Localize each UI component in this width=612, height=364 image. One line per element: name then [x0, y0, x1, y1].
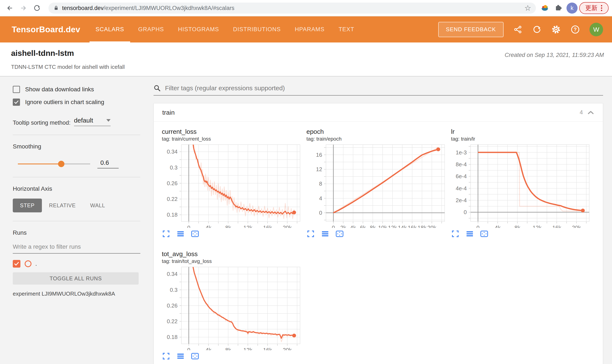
experiment-id-line: experiment LJI9MWUORLOw3jkdhxwk8A — [13, 290, 140, 297]
extensions-puzzle-icon[interactable] — [554, 4, 562, 13]
group-count: 4 — [580, 109, 583, 116]
slider-thumb[interactable] — [58, 161, 64, 167]
refresh-data-icon[interactable] — [532, 25, 542, 34]
ignore-outliers-label: Ignore outliers in chart scaling — [25, 99, 104, 105]
chevron-up-icon[interactable] — [587, 110, 594, 115]
tab-scalars[interactable]: SCALARS — [96, 16, 124, 42]
svg-text:8k: 8k — [370, 224, 376, 228]
svg-text:12k: 12k — [388, 224, 397, 228]
svg-text:16k: 16k — [408, 224, 417, 228]
tab-text[interactable]: TEXT — [338, 16, 354, 42]
toggle-all-runs-button[interactable]: TOGGLE ALL RUNS — [13, 272, 139, 285]
sidebar-divider — [13, 177, 140, 177]
filter-tags-input[interactable] — [165, 85, 603, 92]
fit-domain-icon[interactable] — [191, 352, 199, 360]
ignore-outliers-checkbox[interactable] — [13, 99, 20, 106]
share-icon[interactable] — [513, 25, 523, 34]
line-chart-lr[interactable]: 04k8k12k16k20k02e-44e-46e-48e-41e-3 — [451, 143, 591, 228]
browser-toolbar: tensorboard.dev/experiment/LJI9MWUORLOw3… — [0, 0, 612, 16]
chart-title: lr — [451, 128, 596, 136]
smoothing-slider[interactable] — [18, 164, 90, 164]
settings-gear-icon[interactable] — [551, 25, 561, 34]
check-icon — [14, 99, 19, 105]
horizontal-bars-icon[interactable] — [176, 230, 185, 238]
url-bar[interactable]: tensorboard.dev/experiment/LJI9MWUORLOw3… — [48, 2, 536, 13]
tooltip-sorting-select[interactable]: default — [74, 117, 111, 126]
svg-text:2e-4: 2e-4 — [456, 197, 467, 203]
svg-text:0.26: 0.26 — [167, 180, 178, 186]
forward-icon[interactable] — [19, 3, 29, 13]
horizontal-bars-icon[interactable] — [176, 352, 185, 360]
run-color-swatch[interactable] — [25, 260, 31, 267]
fit-domain-icon[interactable] — [335, 230, 344, 238]
svg-text:4k: 4k — [350, 224, 356, 228]
show-download-checkbox[interactable] — [13, 86, 20, 93]
svg-text:0: 0 — [464, 209, 467, 215]
fullscreen-icon[interactable] — [162, 230, 170, 238]
back-icon[interactable] — [4, 3, 14, 13]
fit-domain-icon[interactable] — [480, 230, 488, 238]
svg-text:0.26: 0.26 — [167, 302, 178, 309]
tab-hparams[interactable]: HPARAMS — [295, 16, 324, 42]
runs-regex-input[interactable] — [13, 243, 140, 254]
fullscreen-icon[interactable] — [306, 230, 315, 238]
svg-text:6k: 6k — [360, 224, 366, 228]
svg-text:0.3: 0.3 — [170, 287, 178, 293]
run-checkbox[interactable] — [13, 260, 20, 268]
svg-text:8k: 8k — [225, 347, 231, 350]
axis-step-button[interactable]: STEP — [13, 199, 42, 212]
user-avatar[interactable]: W — [589, 23, 603, 36]
tab-distributions[interactable]: DISTRIBUTIONS — [233, 16, 281, 42]
svg-text:?: ? — [574, 27, 577, 32]
chart-current-loss: current_loss tag: train/current_loss 04k… — [162, 128, 306, 238]
svg-text:0: 0 — [319, 210, 322, 216]
axis-wall-button[interactable]: WALL — [83, 199, 112, 212]
svg-text:16k: 16k — [263, 224, 272, 228]
extension-fruit-icon[interactable] — [541, 4, 549, 13]
lock-icon — [53, 5, 59, 11]
fullscreen-icon[interactable] — [162, 352, 170, 360]
kebab-menu-icon[interactable] — [600, 5, 603, 12]
svg-text:0: 0 — [332, 224, 335, 228]
svg-text:16k: 16k — [263, 347, 272, 350]
help-icon[interactable]: ? — [570, 25, 580, 34]
svg-text:0.18: 0.18 — [167, 211, 178, 218]
tab-histograms[interactable]: HISTOGRAMS — [178, 16, 219, 42]
line-chart-tot-avg-loss[interactable]: 04k8k12k16k20k0.180.220.260.30.34 — [162, 265, 302, 350]
search-icon — [153, 85, 161, 92]
tab-graphs[interactable]: GRAPHS — [138, 16, 164, 42]
app-header: TensorBoard.dev SCALARS GRAPHS HISTOGRAM… — [0, 16, 612, 42]
horizontal-bars-icon[interactable] — [321, 230, 329, 238]
horizontal-axis-label: Horizontal Axis — [13, 185, 140, 192]
svg-text:8k: 8k — [225, 224, 231, 228]
line-chart-current-loss[interactable]: 04k8k12k16k20k0.180.220.260.30.34 — [162, 143, 302, 228]
fit-domain-icon[interactable] — [191, 230, 199, 238]
browser-profile-avatar[interactable]: k — [567, 2, 578, 13]
chart-tag: tag: train/tot_avg_loss — [162, 258, 306, 264]
check-icon — [14, 261, 20, 267]
reload-icon[interactable] — [32, 3, 42, 13]
send-feedback-button[interactable]: SEND FEEDBACK — [438, 22, 503, 37]
runs-label: Runs — [13, 229, 140, 236]
svg-text:4: 4 — [319, 195, 322, 202]
svg-text:2k: 2k — [340, 224, 346, 228]
axis-relative-button[interactable]: RELATIVE — [42, 199, 83, 212]
line-chart-epoch[interactable]: 02k4k6k8k10k12k14k16k18k20k0481216 — [306, 143, 447, 228]
sidebar-divider — [13, 135, 140, 135]
svg-text:4k: 4k — [495, 224, 501, 228]
bookmark-star-icon[interactable]: ☆ — [524, 4, 531, 12]
chrome-update-button[interactable]: 更新 — [579, 2, 609, 14]
fullscreen-icon[interactable] — [451, 230, 459, 238]
svg-text:16k: 16k — [552, 224, 561, 228]
svg-text:18k: 18k — [418, 224, 427, 228]
horizontal-bars-icon[interactable] — [465, 230, 474, 238]
svg-text:0: 0 — [476, 224, 479, 228]
brand-logo[interactable]: TensorBoard.dev — [12, 25, 80, 34]
svg-text:6e-4: 6e-4 — [456, 173, 467, 180]
svg-text:10k: 10k — [378, 224, 387, 228]
svg-text:0.18: 0.18 — [167, 334, 178, 340]
group-header[interactable]: train 4 — [154, 104, 603, 122]
smoothing-value-input[interactable]: 0.6 — [97, 159, 119, 169]
svg-text:12: 12 — [316, 166, 322, 172]
svg-text:1e-3: 1e-3 — [456, 149, 467, 156]
